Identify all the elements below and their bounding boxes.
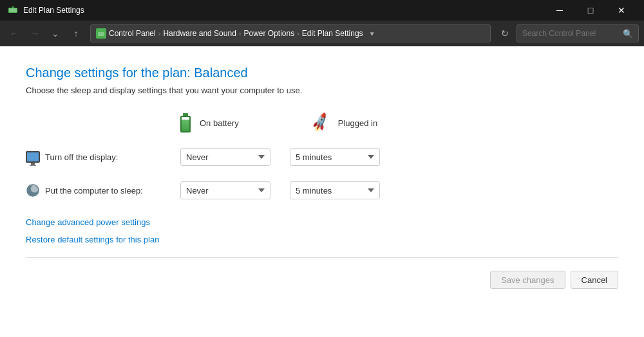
title-text: Edit Plan Settings [23, 6, 84, 15]
minimize-button[interactable]: ─ [545, 0, 574, 21]
display-label-text: Turn off the display: [45, 152, 118, 162]
svg-rect-2 [12, 6, 14, 8]
location-icon [96, 28, 106, 39]
title-bar-left: Edit Plan Settings [8, 5, 84, 15]
main-content: Change settings for the plan: Balanced C… [0, 46, 644, 337]
on-battery-label: On battery [200, 118, 239, 128]
svg-rect-1 [9, 8, 17, 12]
sleep-icon [26, 183, 40, 197]
divider [26, 257, 618, 258]
breadcrumb: Control Panel › Hardware and Sound › Pow… [109, 29, 363, 38]
plug-icon: 🚀 [309, 112, 331, 134]
nav-bar: ← → ⌄ ↑ Control Panel › Hardware and Sou… [0, 21, 644, 46]
sleep-plugged-in-cell: 5 minutes Never 1 minute 2 minutes 10 mi… [290, 179, 399, 202]
display-plugged-in-cell: 5 minutes Never 1 minute 2 minutes 10 mi… [290, 145, 399, 168]
sleep-on-battery-cell: Never 1 minute 2 minutes 5 minutes 10 mi… [180, 179, 290, 202]
plugged-in-header: 🚀 Plugged in [290, 113, 399, 140]
display-on-battery-select[interactable]: Never 1 minute 2 minutes 5 minutes 10 mi… [180, 148, 270, 166]
recent-locations-button[interactable]: ⌄ [46, 24, 64, 42]
advanced-power-settings-link[interactable]: Change advanced power settings [26, 217, 618, 227]
up-button[interactable]: ↑ [67, 24, 85, 42]
back-button[interactable]: ← [5, 24, 23, 42]
maximize-button[interactable]: □ [576, 0, 605, 21]
page-subtitle: Choose the sleep and display settings th… [26, 86, 618, 95]
breadcrumb-hardware-sound[interactable]: Hardware and Sound [163, 29, 236, 38]
app-icon [8, 5, 18, 15]
sleep-plugged-in-select[interactable]: 5 minutes Never 1 minute 2 minutes 10 mi… [290, 181, 380, 199]
address-dropdown-button[interactable]: ▼ [366, 24, 379, 42]
title-bar-controls: ─ □ ✕ [545, 0, 636, 21]
column-headers: On battery 🚀 Plugged in [180, 113, 618, 140]
links-section: Change advanced power settings Restore d… [26, 217, 618, 244]
svg-rect-4 [98, 32, 104, 36]
sleep-on-battery-select[interactable]: Never 1 minute 2 minutes 5 minutes 10 mi… [180, 181, 270, 199]
display-plugged-in-select[interactable]: 5 minutes Never 1 minute 2 minutes 10 mi… [290, 148, 380, 166]
sleep-label-cell: Put the computer to sleep: [26, 183, 180, 197]
bottom-actions: Save changes Cancel [26, 271, 618, 289]
refresh-button[interactable]: ↻ [496, 24, 514, 42]
on-battery-header: On battery [180, 113, 290, 140]
restore-defaults-link[interactable]: Restore default settings for this plan [26, 235, 618, 244]
breadcrumb-control-panel[interactable]: Control Panel [109, 29, 156, 38]
title-bar: Edit Plan Settings ─ □ ✕ [0, 0, 644, 21]
address-bar: Control Panel › Hardware and Sound › Pow… [90, 24, 491, 42]
display-on-battery-cell: Never 1 minute 2 minutes 5 minutes 10 mi… [180, 145, 290, 168]
save-changes-button[interactable]: Save changes [490, 271, 565, 289]
close-button[interactable]: ✕ [607, 0, 636, 21]
breadcrumb-edit-plan-settings[interactable]: Edit Plan Settings [302, 29, 363, 38]
sleep-row: Put the computer to sleep: Never 1 minut… [26, 176, 618, 205]
cancel-button[interactable]: Cancel [571, 271, 618, 289]
display-row: Turn off the display: Never 1 minute 2 m… [26, 143, 618, 171]
page-title: Change settings for the plan: Balanced [26, 66, 618, 80]
search-input[interactable] [522, 29, 619, 38]
plugged-in-label: Plugged in [338, 118, 377, 128]
breadcrumb-power-options[interactable]: Power Options [243, 29, 294, 38]
search-bar: 🔍 [516, 24, 639, 42]
display-icon [26, 151, 40, 163]
display-label-cell: Turn off the display: [26, 151, 180, 163]
battery-icon [180, 113, 191, 132]
forward-button[interactable]: → [26, 24, 44, 42]
sleep-label-text: Put the computer to sleep: [45, 186, 143, 196]
search-button[interactable]: 🔍 [623, 29, 633, 39]
